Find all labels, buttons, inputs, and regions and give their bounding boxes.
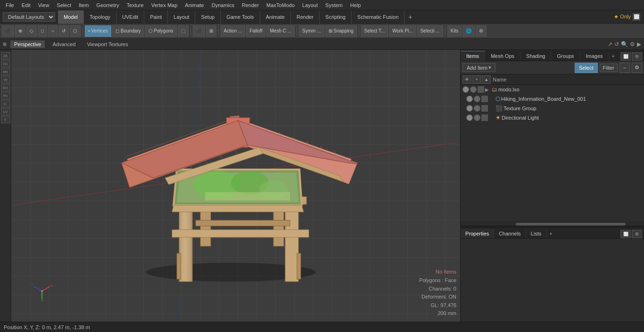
menu-animate[interactable]: Animate xyxy=(181,1,207,9)
lock-btn-light[interactable] xyxy=(474,114,480,121)
vertices-btn[interactable]: ▪ Vertices xyxy=(85,25,111,37)
panel-settings-btn[interactable]: ⚙ xyxy=(632,52,642,61)
polygons-btn[interactable]: ⬠ Polygons xyxy=(145,25,177,37)
left-tool-8[interactable]: UV xyxy=(1,108,10,115)
tab-items[interactable]: Items xyxy=(461,51,485,61)
vis-btn-modo[interactable] xyxy=(462,86,469,93)
tab-model[interactable]: Model xyxy=(58,10,84,24)
vis-col-btn[interactable]: 👁 xyxy=(462,75,471,84)
menu-system[interactable]: System xyxy=(322,1,347,9)
center-tool-btn[interactable]: ⊕ xyxy=(15,25,25,37)
maximize-btn[interactable]: ⬜ xyxy=(633,13,640,21)
filter-button[interactable]: Filter xyxy=(600,64,618,72)
tab-animate[interactable]: Animate xyxy=(260,10,291,24)
viewport-rotate-icon[interactable]: ↺ xyxy=(614,41,619,48)
left-tool-9[interactable]: F xyxy=(1,116,10,123)
circle-sel-btn[interactable]: ○ xyxy=(48,25,58,37)
globe-btn[interactable]: 🌐 xyxy=(462,25,475,37)
rotate-btn[interactable]: ↺ xyxy=(58,25,69,37)
render-btn-modo[interactable] xyxy=(478,86,484,93)
select-tool-btn[interactable]: ⬛ xyxy=(2,25,14,37)
lasso-tool-btn[interactable]: ◇ xyxy=(26,25,37,37)
action-btn[interactable]: Action ... xyxy=(221,25,246,37)
panel-tab-add[interactable]: + xyxy=(609,51,618,61)
prop-tab-properties[interactable]: Properties xyxy=(461,229,494,238)
menu-file[interactable]: File xyxy=(2,1,18,9)
boundary-btn[interactable]: ◻ Boundary xyxy=(112,25,144,37)
left-tool-5[interactable]: Em xyxy=(1,84,10,91)
tab-scripting[interactable]: Scripting xyxy=(320,10,352,24)
tab-groups[interactable]: Groups xyxy=(551,51,580,61)
prop-expand-btn[interactable]: ⬜ xyxy=(620,230,631,238)
item-directional-light[interactable]: ☀ Directional Light xyxy=(461,113,644,122)
add-item-button[interactable]: Add Item ▾ xyxy=(462,63,495,72)
menu-geometry[interactable]: Geometry xyxy=(92,1,123,9)
tab-mesh-ops[interactable]: Mesh Ops xyxy=(485,51,520,61)
prop-tab-channels[interactable]: Channels xyxy=(494,229,526,238)
viewport-tab-textures[interactable]: Viewport Textures xyxy=(83,40,132,48)
box-sel-btn[interactable]: □ xyxy=(38,25,47,37)
mode-btn2[interactable]: ⊞ xyxy=(206,25,216,37)
select-button[interactable]: Select xyxy=(575,63,598,73)
tab-render[interactable]: Render xyxy=(291,10,320,24)
panel-expand-btn[interactable]: ⬜ xyxy=(620,52,631,61)
tab-uvedit[interactable]: UVEdit xyxy=(116,10,144,24)
viewport-gear-icon[interactable]: ⚙ xyxy=(630,41,635,48)
prop-settings-btn[interactable]: ⚙ xyxy=(632,230,642,238)
tab-game-tools[interactable]: Game Tools xyxy=(221,10,260,24)
viewport[interactable]: X Z Y No Items Polygons : Face Channels:… xyxy=(11,50,460,322)
menu-maxtomodo[interactable]: MaxToModo xyxy=(263,1,298,9)
render-col-btn[interactable]: ▲ xyxy=(482,75,491,84)
menu-item[interactable]: Item xyxy=(75,1,92,9)
edge-btn[interactable]: ⬚ xyxy=(178,25,189,37)
selecti-btn[interactable]: Selecti ... xyxy=(417,25,443,37)
expand-modo[interactable]: ▶ xyxy=(485,87,491,92)
menu-layout[interactable]: Layout xyxy=(298,1,322,9)
tab-topology[interactable]: Topology xyxy=(84,10,116,24)
symm-btn[interactable]: Symm ... xyxy=(299,25,324,37)
prop-tab-lists[interactable]: Lists xyxy=(526,229,547,238)
viewport-move-icon[interactable]: ↗ xyxy=(608,41,612,48)
lock-btn-modo[interactable] xyxy=(470,86,477,93)
viewport-tab-advanced[interactable]: Advanced xyxy=(49,40,79,48)
left-tool-3[interactable]: Me xyxy=(1,68,10,75)
left-tool-7[interactable]: C: xyxy=(1,100,10,107)
snapping-btn[interactable]: ⊞ Snapping xyxy=(325,25,357,37)
menu-vertex-map[interactable]: Vertex Map xyxy=(148,1,182,9)
menu-texture[interactable]: Texture xyxy=(123,1,148,9)
viewport-tab-perspective[interactable]: Perspective xyxy=(10,40,45,48)
items-settings-btn[interactable]: ⚙ xyxy=(632,63,642,73)
vis-btn-texture[interactable] xyxy=(466,105,473,112)
tab-layout[interactable]: Layout xyxy=(168,10,195,24)
layout-tab-add[interactable]: + xyxy=(405,11,416,23)
lock-col-btn[interactable]: + xyxy=(472,75,481,84)
prop-tab-add[interactable]: + xyxy=(546,229,555,238)
vis-btn-light[interactable] xyxy=(466,114,473,121)
menu-select[interactable]: Select xyxy=(53,1,75,9)
tab-paint[interactable]: Paint xyxy=(144,10,168,24)
item-hiking-board[interactable]: ⬡ Hiking_Information_Board_New_001 xyxy=(461,94,644,104)
falloff-btn[interactable]: Falloff xyxy=(246,25,265,37)
menu-help[interactable]: Help xyxy=(347,1,365,9)
kits-btn[interactable]: Kits xyxy=(447,25,462,37)
menu-edit[interactable]: Edit xyxy=(18,1,34,9)
left-tool-4[interactable]: Ve xyxy=(1,76,10,83)
layout-dropdown[interactable]: Default Layouts xyxy=(3,12,55,22)
left-tool-1[interactable]: De xyxy=(1,52,10,59)
tab-schematic-fusion[interactable]: Schematic Fusion xyxy=(352,10,405,24)
items-scrollbar[interactable] xyxy=(461,222,644,226)
item-texture-group[interactable]: ⬛ Texture Group xyxy=(461,104,644,113)
lock-btn-hiking[interactable] xyxy=(474,96,480,102)
select-t-btn[interactable]: Select T... xyxy=(361,25,388,37)
menu-dynamics[interactable]: Dynamics xyxy=(208,1,238,9)
tab-images[interactable]: Images xyxy=(580,51,609,61)
left-tool-2[interactable]: Du xyxy=(1,60,10,67)
mesh-c-btn[interactable]: Mesh C ... xyxy=(266,25,295,37)
render-btn-light[interactable] xyxy=(481,114,488,121)
lock-btn-texture[interactable] xyxy=(474,105,480,112)
menu-view[interactable]: View xyxy=(34,1,53,9)
left-tool-6[interactable]: Po xyxy=(1,92,10,99)
items-list[interactable]: ▶ 🗂 modo.lxo ⬡ Hiking_Information_Board_… xyxy=(461,85,644,222)
settings-btn[interactable]: ⚙ xyxy=(476,25,487,37)
work-pl-btn[interactable]: Work Pl... xyxy=(389,25,416,37)
